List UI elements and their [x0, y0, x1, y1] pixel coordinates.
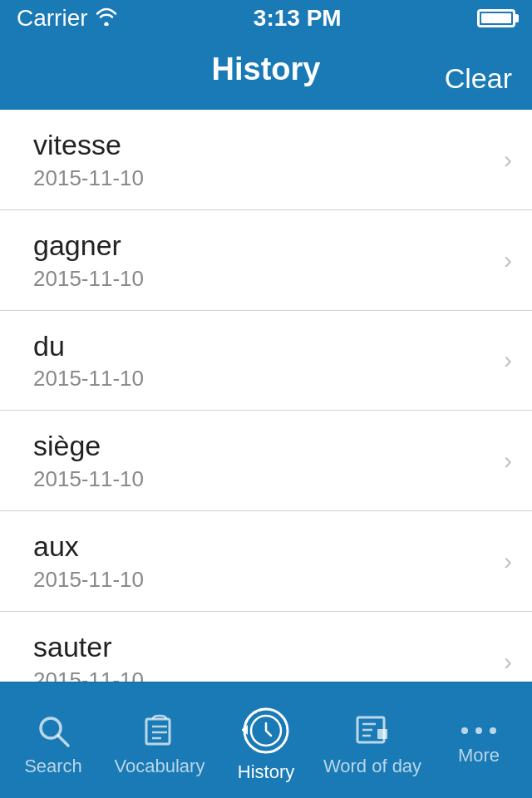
list-item-date: 2015-11-10: [33, 466, 144, 492]
tab-history[interactable]: History: [213, 682, 319, 798]
tab-label-wordofday: Word of day: [323, 756, 421, 777]
chevron-right-icon: ›: [504, 446, 512, 475]
history-list: vitesse 2015-11-10 › gagner 2015-11-10 ›…: [0, 110, 532, 682]
list-item-word: sauter: [33, 630, 144, 664]
battery-indicator: [477, 9, 515, 27]
svg-point-14: [461, 727, 468, 734]
svg-point-15: [475, 727, 482, 734]
list-item-date: 2015-11-10: [33, 667, 144, 682]
main-content: vitesse 2015-11-10 › gagner 2015-11-10 ›…: [0, 110, 532, 682]
chevron-right-icon: ›: [504, 547, 512, 575]
list-item-word: du: [33, 329, 144, 363]
list-item-text: vitesse 2015-11-10: [33, 128, 144, 191]
vocabulary-icon: [141, 712, 178, 749]
navigation-bar: History Clear: [0, 37, 532, 110]
list-item-date: 2015-11-10: [33, 366, 144, 392]
more-icon: [461, 723, 497, 738]
chevron-right-icon: ›: [504, 246, 512, 274]
svg-rect-10: [377, 729, 387, 739]
chevron-right-icon: ›: [504, 648, 512, 676]
list-item-word: aux: [33, 530, 144, 564]
tab-label-history: History: [238, 761, 294, 783]
list-item-date: 2015-11-10: [33, 567, 144, 593]
list-item-word: vitesse: [33, 128, 144, 162]
tab-vocabulary[interactable]: Vocabulary: [106, 682, 213, 798]
time-display: 3:13 PM: [254, 5, 342, 32]
svg-line-1: [58, 736, 68, 746]
tab-more[interactable]: More: [426, 682, 532, 798]
battery-icon: [477, 9, 515, 27]
tab-wordofday[interactable]: Word of day: [319, 682, 426, 798]
tab-search[interactable]: Search: [0, 682, 106, 798]
chevron-right-icon: ›: [504, 145, 512, 174]
status-bar: Carrier 3:13 PM: [0, 0, 532, 37]
list-item-date: 2015-11-10: [33, 165, 144, 191]
wordofday-icon: [354, 712, 391, 749]
list-item-text: aux 2015-11-10: [33, 530, 144, 593]
history-icon: [242, 707, 290, 755]
list-item-text: du 2015-11-10: [33, 329, 144, 392]
list-item[interactable]: aux 2015-11-10 ›: [0, 511, 532, 612]
list-item-text: siège 2015-11-10: [33, 429, 144, 492]
list-item-date: 2015-11-10: [33, 266, 144, 292]
list-item-text: gagner 2015-11-10: [33, 229, 144, 292]
search-icon: [35, 712, 71, 749]
tab-label-more: More: [458, 745, 500, 766]
tab-bar: Search Vocabulary History: [0, 682, 532, 798]
list-item[interactable]: du 2015-11-10 ›: [0, 311, 532, 411]
list-item-word: gagner: [33, 229, 144, 263]
chevron-right-icon: ›: [504, 346, 512, 374]
list-item[interactable]: sauter 2015-11-10 ›: [0, 612, 532, 682]
tab-label-search: Search: [24, 756, 82, 777]
list-item-text: sauter 2015-11-10: [33, 630, 144, 682]
svg-point-16: [490, 727, 496, 734]
carrier-info: Carrier: [17, 5, 118, 32]
list-item-word: siège: [33, 429, 144, 463]
wifi-icon: [95, 5, 118, 32]
clear-button[interactable]: Clear: [445, 62, 512, 95]
list-item[interactable]: gagner 2015-11-10 ›: [0, 210, 532, 311]
carrier-label: Carrier: [17, 5, 88, 32]
list-item[interactable]: siège 2015-11-10 ›: [0, 411, 532, 511]
list-item[interactable]: vitesse 2015-11-10 ›: [0, 110, 532, 210]
page-title: History: [212, 52, 321, 87]
tab-label-vocabulary: Vocabulary: [115, 756, 205, 777]
